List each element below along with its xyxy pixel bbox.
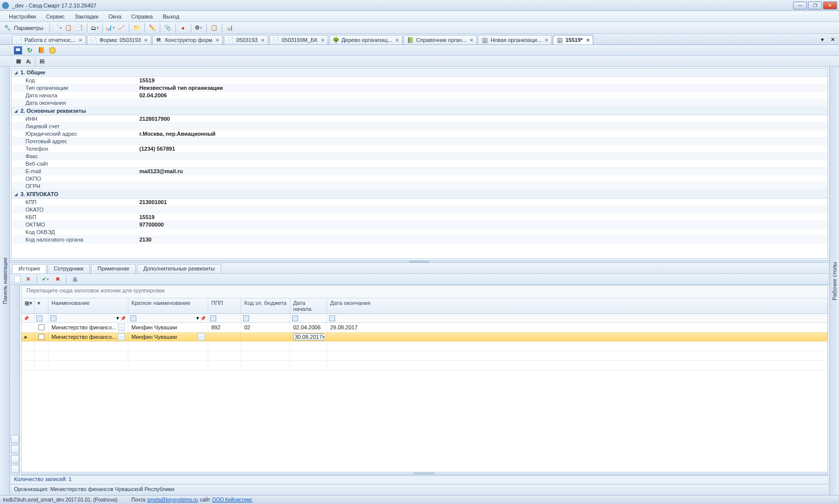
menu-help[interactable]: Справка xyxy=(126,13,158,19)
tab-1[interactable]: 📄Форма: 0503193✕ xyxy=(87,35,151,44)
prop-row[interactable]: Код налогового органа2130 xyxy=(11,236,828,244)
tab-history[interactable]: История xyxy=(12,264,46,273)
tab-note[interactable]: Примечание xyxy=(91,264,136,273)
tab-3[interactable]: 📄0503193✕ xyxy=(224,35,268,44)
save-icon[interactable] xyxy=(14,46,22,54)
params-label[interactable]: Параметры xyxy=(14,25,46,31)
print-icon[interactable]: 🖶 xyxy=(70,275,79,284)
prop-row[interactable]: Дата начала02.04.2006 xyxy=(11,92,828,99)
property-grid[interactable]: 1. ОбщиеКод15519Тип организацииНеизвестн… xyxy=(11,68,828,259)
categorize-icon[interactable]: ▦ xyxy=(14,57,23,66)
tab-7[interactable]: 🏢Новая организаци...✕ xyxy=(478,35,552,44)
tab-close-icon[interactable]: ✕ xyxy=(395,37,399,43)
menu-bookmarks[interactable]: Закладки xyxy=(70,13,104,19)
tab-close-icon[interactable]: ✕ xyxy=(321,37,325,43)
properties-icon[interactable]: ▤ xyxy=(37,57,46,66)
prop-row[interactable]: ОГРН xyxy=(11,183,828,190)
prop-value[interactable]: (1234) 567891 xyxy=(136,145,828,152)
row-checkbox[interactable] xyxy=(38,324,44,330)
prop-row[interactable]: Тип организацииНеизвестный тип организац… xyxy=(11,84,828,92)
tb-btn-4[interactable]: 🗂 xyxy=(90,23,99,32)
prop-row[interactable]: Лицевой счет xyxy=(11,123,828,130)
prop-row[interactable]: ОКПО xyxy=(11,175,828,183)
prop-row[interactable]: КПП213001001 xyxy=(11,199,828,206)
coin-icon[interactable] xyxy=(49,47,56,54)
refresh-icon[interactable]: ↻ xyxy=(25,46,34,55)
maximize-button[interactable]: ❐ xyxy=(808,1,822,9)
site-link[interactable]: ООО Кейсистемс xyxy=(212,497,253,503)
close-button[interactable]: ✕ xyxy=(823,1,837,9)
edit-button[interactable]: … xyxy=(198,333,205,340)
desktops-panel-collapsed[interactable]: Рабочие столы xyxy=(829,67,839,495)
menu-windows[interactable]: Окна xyxy=(103,13,126,19)
prop-row[interactable]: Юридический адресг.Москва, пер.Авиационн… xyxy=(11,130,828,138)
tab-5[interactable]: 🌳Дерево организац...✕ xyxy=(329,35,403,44)
prop-row[interactable]: Веб-сайт xyxy=(11,160,828,168)
prop-row[interactable]: Код15519 xyxy=(11,77,828,84)
pin-icon[interactable]: 📌 xyxy=(120,316,126,321)
edit-button[interactable]: … xyxy=(118,324,125,331)
menu-settings[interactable]: Настройки xyxy=(4,13,41,19)
tb-btn-7[interactable]: 📁 xyxy=(132,23,141,32)
prop-row[interactable]: Код ОКВЭД xyxy=(11,229,828,236)
edit-button[interactable]: … xyxy=(118,333,125,340)
tab-close-icon[interactable]: ✕ xyxy=(544,37,548,43)
prop-row[interactable]: Телефон(1234) 567891 xyxy=(11,145,828,153)
prop-row[interactable]: E-mailmail123@mail.ru xyxy=(11,168,828,175)
prop-value[interactable] xyxy=(136,183,828,190)
tab-close-icon[interactable]: ✕ xyxy=(78,37,82,43)
prop-value[interactable]: Неизвестный тип организации xyxy=(136,84,828,91)
prop-value[interactable] xyxy=(136,123,828,130)
prop-value[interactable]: 2128017900 xyxy=(136,115,828,122)
vsb-btn-4[interactable] xyxy=(11,465,19,473)
filter-icon[interactable] xyxy=(329,315,335,321)
vsb-btn-3[interactable] xyxy=(11,455,19,463)
prop-section[interactable]: 1. Общие xyxy=(11,68,828,77)
menu-service[interactable]: Сервис xyxy=(41,13,70,19)
col-indicator[interactable]: ▦▾ xyxy=(21,298,34,313)
journal-icon[interactable]: 📙 xyxy=(37,46,46,55)
prop-row[interactable]: ИНН2128017900 xyxy=(11,115,828,123)
tab-extra[interactable]: Дополнительные реквизиты xyxy=(137,264,221,273)
prop-row[interactable]: ОКТМО97700000 xyxy=(11,221,828,229)
prop-value[interactable]: 97700000 xyxy=(136,221,828,228)
col-ppp[interactable]: ППП xyxy=(208,298,241,313)
prop-value[interactable]: 213001001 xyxy=(136,199,828,206)
tab-2[interactable]: 🛠Конструктор форм✕ xyxy=(152,35,223,44)
prop-row[interactable]: Почтовый адрес xyxy=(11,138,828,145)
tb-btn-3[interactable]: 📑 xyxy=(75,23,84,32)
pin-icon[interactable]: 📌 xyxy=(200,316,206,321)
tab-close-icon[interactable]: ✕ xyxy=(469,37,473,43)
prop-value[interactable]: 15519 xyxy=(136,77,828,84)
tb-btn-8[interactable]: ✏️ xyxy=(148,23,157,32)
cancel-icon[interactable]: ✖ xyxy=(53,275,62,284)
tb-chart-icon[interactable]: 📊 xyxy=(225,23,234,32)
tab-close-icon[interactable]: ✕ xyxy=(261,37,265,43)
prop-value[interactable] xyxy=(136,153,828,160)
tab-close-icon[interactable]: ✕ xyxy=(144,37,148,43)
prop-value[interactable] xyxy=(136,99,828,106)
group-panel[interactable]: Перетащите сюда заголовок колонки для гр… xyxy=(21,285,828,298)
tabs-close-icon[interactable]: ✕ xyxy=(828,35,837,44)
tab-employees[interactable]: Сотрудники xyxy=(47,264,90,273)
sort-az-icon[interactable]: A↓ xyxy=(24,57,33,66)
prop-row[interactable]: Факс xyxy=(11,153,828,160)
tb-stop-icon[interactable]: ● xyxy=(179,23,188,32)
col-checkbox[interactable]: ▾ xyxy=(34,298,48,313)
col-short[interactable]: Краткое наименование xyxy=(128,298,208,313)
prop-row[interactable]: ОКАТО xyxy=(11,206,828,214)
tb-btn-10[interactable]: 📋 xyxy=(210,23,219,32)
prop-value[interactable]: mail123@mail.ru xyxy=(136,168,828,175)
tab-close-icon[interactable]: ✕ xyxy=(586,37,590,43)
nav-panel-collapsed[interactable]: Панель навигации xyxy=(0,67,10,495)
tab-4[interactable]: 📄0503169М_БК✕ xyxy=(269,35,328,44)
tb-btn-5[interactable]: 📊 xyxy=(106,23,115,32)
filter-icon[interactable] xyxy=(50,315,56,321)
prop-value[interactable]: 02.04.2006 xyxy=(136,92,828,99)
wrench-icon[interactable]: 🔧 xyxy=(3,23,12,32)
new-row-icon[interactable] xyxy=(14,275,20,283)
tab-close-icon[interactable]: ✕ xyxy=(215,37,219,43)
tb-btn-2[interactable]: 📋 xyxy=(64,23,73,32)
minimize-button[interactable]: — xyxy=(793,1,807,9)
prop-section[interactable]: 2. Основные реквизиты xyxy=(11,107,828,115)
